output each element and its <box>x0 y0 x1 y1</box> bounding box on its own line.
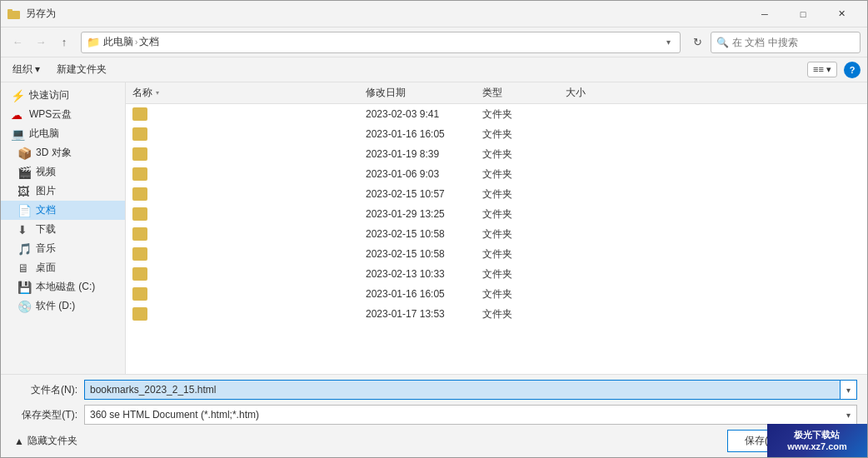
address-segment-pc[interactable]: 此电脑 <box>103 35 133 49</box>
table-row[interactable]: 2023-02-15 10:58 文件夹 <box>126 224 867 244</box>
action-toolbar: 组织 ▾ 新建文件夹 ≡≡ ▾ ? <box>1 57 867 82</box>
table-row[interactable]: 2023-01-16 16:05 文件夹 <box>126 284 867 304</box>
folder-icon <box>132 107 147 121</box>
hide-files-label: 隐藏文件夹 <box>27 434 77 448</box>
sidebar-item-3d[interactable]: 📦 3D 对象 <box>1 143 125 162</box>
sidebar-label-local-c: 本地磁盘 (C:) <box>36 280 95 294</box>
filename-label: 文件名(N): <box>11 383 77 397</box>
file-type: 文件夹 <box>482 167 566 182</box>
close-button[interactable]: ✕ <box>822 1 861 27</box>
search-icon: 🔍 <box>716 37 729 48</box>
table-row[interactable]: 2023-01-19 8:39 文件夹 <box>126 144 867 164</box>
sidebar-item-doc[interactable]: 📄 文档 <box>1 201 125 220</box>
file-name-cell <box>132 307 366 321</box>
pc-icon: 💻 <box>11 127 24 141</box>
organize-button[interactable]: 组织 ▾ <box>7 61 45 78</box>
file-name-cell <box>132 227 366 241</box>
sidebar-item-image[interactable]: 🖼 图片 <box>1 182 125 201</box>
sidebar-item-quickaccess[interactable]: ⚡ 快速访问 <box>1 86 125 105</box>
table-row[interactable]: 2023-01-06 9:03 文件夹 <box>126 164 867 184</box>
sidebar-item-local-c[interactable]: 💾 本地磁盘 (C:) <box>1 277 125 296</box>
filetype-dropdown-arrow[interactable]: ▾ <box>841 405 857 425</box>
col-header-size[interactable]: 大小 <box>566 86 632 100</box>
file-name-cell <box>132 207 366 221</box>
file-type: 文件夹 <box>482 247 566 261</box>
sidebar-item-wps[interactable]: ☁ WPS云盘 <box>1 105 125 124</box>
search-input[interactable] <box>732 37 857 48</box>
sidebar-label-3d: 3D 对象 <box>36 146 72 160</box>
svg-rect-1 <box>7 9 12 12</box>
col-header-date[interactable]: 修改日期 <box>366 86 482 100</box>
col-header-type[interactable]: 类型 <box>482 86 566 100</box>
back-button[interactable]: ← <box>7 32 27 52</box>
sort-name-icon: ▾ <box>156 89 159 97</box>
maximize-button[interactable]: □ <box>784 1 822 27</box>
sidebar-label-wps: WPS云盘 <box>29 107 72 122</box>
file-list-container: 名称 ▾ 修改日期 类型 大小 2023-02-03 9:4 <box>126 82 867 374</box>
address-segment-docs[interactable]: 文档 <box>139 35 159 49</box>
sidebar-item-soft-d[interactable]: 💿 软件 (D:) <box>1 296 125 316</box>
file-date: 2023-01-06 9:03 <box>366 168 482 180</box>
table-row[interactable]: 2023-02-03 9:41 文件夹 <box>126 104 867 124</box>
sidebar-item-video[interactable]: 🎬 视频 <box>1 162 125 182</box>
file-list[interactable]: 2023-02-03 9:41 文件夹 2023-01-16 16:05 文件夹… <box>126 104 867 374</box>
search-bar: 🔍 <box>711 32 861 53</box>
sidebar-item-pc[interactable]: 💻 此电脑 <box>1 124 125 143</box>
sidebar-item-music[interactable]: 🎵 音乐 <box>1 239 125 258</box>
video-icon: 🎬 <box>17 166 31 179</box>
up-button[interactable]: ↑ <box>54 32 74 52</box>
quickaccess-icon: ⚡ <box>11 89 24 102</box>
refresh-button[interactable]: ↻ <box>687 32 707 53</box>
sidebar-item-desktop[interactable]: 🖥 桌面 <box>1 258 125 277</box>
folder-icon <box>132 287 147 301</box>
folder-icon <box>132 227 147 241</box>
filetype-select[interactable]: 360 se HTML Document (*.html;*.htm) <box>84 405 857 425</box>
col-size-label: 大小 <box>566 86 586 100</box>
bottom-bar: 文件名(N): ▾ 保存类型(T): 360 se HTML Document … <box>1 374 867 457</box>
soft-d-icon: 💿 <box>17 300 31 313</box>
filename-dropdown-button[interactable]: ▾ <box>841 380 857 400</box>
file-name-cell <box>132 127 366 141</box>
forward-button[interactable]: → <box>31 32 51 52</box>
table-row[interactable]: 2023-02-13 10:33 文件夹 <box>126 264 867 284</box>
sidebar-label-desktop: 桌面 <box>36 261 56 275</box>
file-date: 2023-02-13 10:33 <box>366 268 482 280</box>
image-icon: 🖼 <box>17 185 31 198</box>
music-icon: 🎵 <box>17 242 31 256</box>
file-date: 2023-02-03 9:41 <box>366 108 482 120</box>
col-header-name[interactable]: 名称 ▾ <box>132 86 366 100</box>
file-date: 2023-01-29 13:25 <box>366 208 482 220</box>
file-name-cell <box>132 287 366 301</box>
address-dropdown-button[interactable]: ▾ <box>661 37 675 47</box>
table-row[interactable]: 2023-01-17 13:53 文件夹 <box>126 304 867 324</box>
action-row: ▲ 隐藏文件夹 保存(S) 取消 <box>11 430 857 452</box>
table-row[interactable]: 2023-02-15 10:57 文件夹 <box>126 184 867 204</box>
file-type: 文件夹 <box>482 267 566 281</box>
table-row[interactable]: 2023-02-15 10:58 文件夹 <box>126 244 867 264</box>
sidebar-label-image: 图片 <box>36 184 56 198</box>
doc-icon: 📄 <box>17 204 31 217</box>
file-date: 2023-01-17 13:53 <box>366 308 482 320</box>
minimize-button[interactable]: ─ <box>746 1 784 27</box>
folder-icon <box>132 267 147 281</box>
wps-icon: ☁ <box>11 108 24 122</box>
new-folder-button[interactable]: 新建文件夹 <box>52 61 112 78</box>
file-type: 文件夹 <box>482 307 566 321</box>
watermark-text: 极光下载站 www.xz7.com <box>787 429 847 453</box>
view-button[interactable]: ≡≡ ▾ <box>807 62 837 77</box>
table-row[interactable]: 2023-01-29 13:25 文件夹 <box>126 204 867 224</box>
file-name-cell <box>132 267 366 281</box>
sidebar-item-download[interactable]: ⬇ 下载 <box>1 220 125 239</box>
file-type: 文件夹 <box>482 287 566 301</box>
hide-files-button[interactable]: ▲ 隐藏文件夹 <box>11 432 81 450</box>
file-date: 2023-02-15 10:58 <box>366 228 482 240</box>
address-bar[interactable]: 📁 此电脑 › 文档 ▾ <box>81 32 681 53</box>
file-date: 2023-02-15 10:57 <box>366 188 482 200</box>
dialog-window: 另存为 ─ □ ✕ ← → ↑ 📁 此电脑 › 文档 ▾ ↻ 🔍 组织 ▾ 新建… <box>0 0 868 458</box>
filename-input[interactable] <box>84 380 841 400</box>
watermark-line1: 极光下载站 <box>787 429 847 441</box>
main-content: ⚡ 快速访问 ☁ WPS云盘 💻 此电脑 📦 3D 对象 🎬 视频 <box>1 82 867 374</box>
table-row[interactable]: 2023-01-16 16:05 文件夹 <box>126 124 867 144</box>
desktop-icon: 🖥 <box>17 261 31 275</box>
help-button[interactable]: ? <box>844 62 861 78</box>
